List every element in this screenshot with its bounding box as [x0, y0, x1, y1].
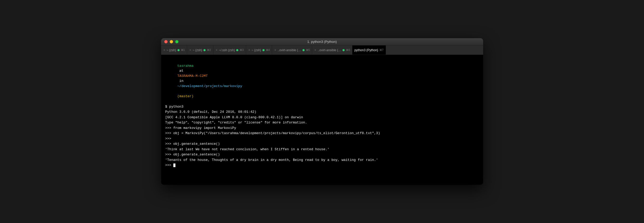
repl-obj-create: >>> obj = MarkoviPy("/Users/tasrahma/dev… — [165, 131, 479, 136]
tab-7[interactable]: python3 (Python) ⌘7 — [352, 45, 386, 55]
tab-label-3: ~/.ssh (zsh) — [219, 48, 235, 52]
tab-close-icon-4[interactable]: ✕ — [248, 49, 250, 51]
tab-cmd-6: ⌘6 — [346, 49, 350, 51]
tab-close-icon-3[interactable]: ✕ — [215, 49, 218, 51]
prompt-space — [177, 89, 179, 93]
tab-label-2: ~ (zsh) — [193, 48, 202, 52]
minimize-button[interactable] — [170, 40, 173, 43]
repl-blank: >>> — [165, 136, 479, 141]
prompt-user: tasrahma — [177, 64, 193, 68]
tab-cmd-3: ⌘3 — [240, 49, 244, 51]
tab-dot-4 — [262, 49, 265, 51]
tab-dot-2 — [203, 49, 206, 51]
output-gcc: [GCC 4.2.1 Compatible Apple LLVM 8.0.0 (… — [165, 115, 479, 120]
tab-close-icon-1[interactable]: ✕ — [163, 49, 165, 51]
tab-1[interactable]: ✕ ~ (zsh) ⌘1 — [161, 45, 187, 55]
title-bar: 1. python3 (Python) — [161, 38, 483, 45]
prompt-at: at — [177, 69, 185, 73]
tab-cmd-2: ⌘2 — [207, 49, 211, 51]
repl-import: >>> from markovipy import MarkoviPy — [165, 126, 479, 131]
tab-label-7: python3 (Python) — [354, 48, 378, 52]
tab-3[interactable]: ✕ ~/.ssh (zsh) ⌘3 — [213, 45, 246, 55]
output-gen1: 'Think at last We have not reached concl… — [165, 147, 479, 152]
tab-5[interactable]: ✕ ..ovirt-ansible (… ⌘5 — [272, 45, 312, 55]
repl-gen1: >>> obj.generate_sentence() — [165, 141, 479, 147]
window-title: 1. python3 (Python) — [307, 40, 337, 44]
terminal-window: 1. python3 (Python) ✕ ~ (zsh) ⌘1 ✕ ~ (zs… — [161, 38, 483, 185]
traffic-lights — [164, 40, 179, 43]
tab-close-icon-6[interactable]: ✕ — [314, 49, 316, 51]
tab-cmd-4: ⌘4 — [266, 49, 270, 51]
tab-close-icon-5[interactable]: ✕ — [274, 49, 276, 51]
prompt-machine: TASRAHMA-M-C2MT — [177, 74, 208, 78]
tab-dot-3 — [236, 49, 238, 51]
tab-bar: ✕ ~ (zsh) ⌘1 ✕ ~ (zsh) ⌘2 ✕ ~/.ssh (zsh)… — [161, 45, 483, 55]
tab-label-5: ..ovirt-ansible (… — [278, 48, 301, 52]
tab-label-6: ..ovirt-ansible (… — [318, 48, 341, 52]
tab-cmd-5: ⌘5 — [306, 49, 310, 51]
tab-label-4: ~ (zsh) — [252, 48, 261, 52]
close-button[interactable] — [164, 40, 168, 43]
tab-dot-6 — [343, 49, 345, 51]
repl-gen2: >>> obj.generate_sentence() — [165, 152, 479, 157]
maximize-button[interactable] — [175, 40, 179, 43]
output-version: Python 3.6.0 (default, Dec 24 2016, 08:0… — [165, 109, 479, 115]
repl-cursor-line: >>> — [165, 163, 479, 168]
tab-label-1: ~ (zsh) — [167, 48, 176, 52]
tab-6[interactable]: ✕ ..ovirt-ansible (… ⌘6 — [312, 45, 352, 55]
terminal-body[interactable]: tasrahma at TASRAHMA-M-C2MT in ~/develop… — [161, 55, 483, 185]
prompt-path: ~/development/projects/markovipy — [177, 84, 242, 88]
command-python3: $ python3 — [165, 104, 479, 109]
output-gen2: 'Tenants of the house, Thoughts of a dry… — [165, 158, 479, 163]
tab-dot-1 — [178, 49, 180, 51]
tab-cmd-7: ⌘7 — [379, 49, 384, 51]
tab-cmd-1: ⌘1 — [181, 49, 185, 51]
prompt-branch: (master) — [177, 94, 193, 98]
tab-2[interactable]: ✕ ~ (zsh) ⌘2 — [187, 45, 213, 55]
output-help: Type "help", "copyright", "credits" or "… — [165, 120, 479, 125]
tab-close-icon-2[interactable]: ✕ — [189, 49, 191, 51]
prompt-in: in — [177, 79, 185, 83]
prompt-line: tasrahma at TASRAHMA-M-C2MT in ~/develop… — [165, 58, 479, 104]
tab-dot-5 — [303, 49, 305, 51]
tab-4[interactable]: ✕ ~ (zsh) ⌘4 — [246, 45, 272, 55]
terminal-cursor — [173, 163, 175, 167]
